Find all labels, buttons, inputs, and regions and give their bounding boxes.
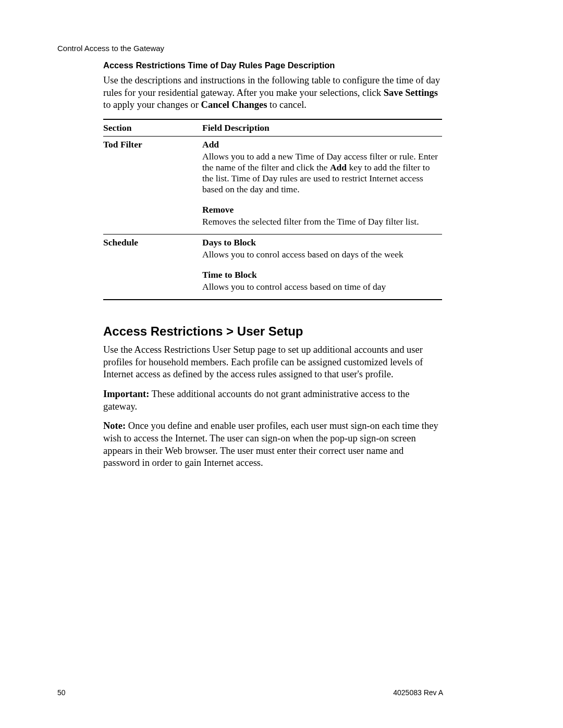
table-row: Time to Block Allows you to control acce…: [103, 267, 442, 300]
field-body: Removes the selected filter from the Tim…: [202, 216, 440, 227]
cell-field: Days to Block Allows you to conrol acces…: [202, 235, 442, 267]
important-label: Important:: [103, 389, 149, 399]
page-content: Access Restrictions Time of Day Rules Pa…: [103, 57, 442, 477]
cell-field: Remove Removes the selected filter from …: [202, 202, 442, 235]
note-label: Note:: [103, 421, 126, 431]
cell-section-label: Tod Filter: [103, 137, 202, 202]
page-number: 50: [57, 688, 66, 697]
intro-text-c: to apply your changes or: [103, 100, 201, 110]
intro-paragraph: Use the descriptions and instructions in…: [103, 75, 442, 112]
th-field: Field Description: [202, 119, 442, 137]
field-label: Add: [202, 139, 440, 150]
table-row: Remove Removes the selected filter from …: [103, 202, 442, 235]
th-section: Section: [103, 119, 202, 137]
section2-note: Note: Once you define and enable user pr…: [103, 420, 442, 470]
section2-p1: Use the Access Restrictions User Setup p…: [103, 344, 442, 381]
field-label: Remove: [202, 204, 440, 215]
intro-bold-cancel: Cancel Changes: [201, 100, 267, 110]
intro-bold-save: Save Settings: [384, 88, 438, 98]
document-page: Control Access to the Gateway Access Res…: [0, 0, 563, 728]
table-row: Tod Filter Add Allows you to add a new T…: [103, 137, 442, 202]
field-label: Days to Block: [202, 237, 440, 248]
doc-reference: 4025083 Rev A: [393, 688, 443, 697]
cell-field: Time to Block Allows you to control acce…: [202, 267, 442, 300]
field-label: Time to Block: [202, 269, 440, 280]
cell-section-empty: [103, 202, 202, 235]
important-body: These additional accounts do not grant a…: [103, 389, 409, 412]
cell-field: Add Allows you to add a new Time of Day …: [202, 137, 442, 202]
field-body: Allows you to conrol access based on day…: [202, 249, 440, 260]
field-body: Allows you to control access based on ti…: [202, 281, 440, 292]
cell-section-empty: [103, 267, 202, 300]
subsection-title: Access Restrictions Time of Day Rules Pa…: [103, 60, 442, 70]
running-head: Control Access to the Gateway: [57, 44, 164, 53]
description-table: Section Field Description Tod Filter Add…: [103, 119, 442, 300]
table-row: Schedule Days to Block Allows you to con…: [103, 235, 442, 267]
field-body: Allows you to add a new Time of Day acce…: [202, 151, 440, 195]
section-heading: Access Restrictions > User Setup: [103, 324, 442, 339]
field-body-bold: Add: [330, 162, 347, 172]
note-body: Once you define and enable user profiles…: [103, 421, 438, 468]
table-header-row: Section Field Description: [103, 119, 442, 137]
section2-important: Important: These additional accounts do …: [103, 388, 442, 413]
intro-text-e: to cancel.: [267, 100, 307, 110]
cell-section-label: Schedule: [103, 235, 202, 267]
